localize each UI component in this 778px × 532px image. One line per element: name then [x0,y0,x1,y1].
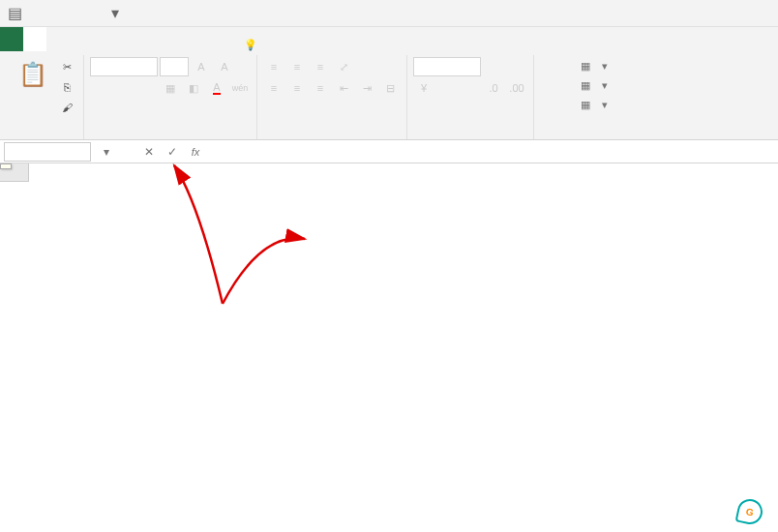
function-tooltip [0,163,12,169]
format-painter-icon[interactable]: 🖌 [56,98,77,117]
save-icon[interactable] [29,3,50,24]
name-box[interactable] [4,142,91,162]
redo-icon[interactable] [79,3,101,24]
align-top-icon[interactable]: ≡ [263,57,284,76]
italic-button[interactable] [113,78,135,98]
group-font: A A ▦ ◧ A wén [84,55,257,139]
merge-center-icon[interactable]: ⊟ [379,78,401,98]
formula-input[interactable] [207,142,778,162]
phonetic-icon[interactable]: wén [229,78,251,98]
shrink-font-icon[interactable]: A [214,57,235,76]
group-number: ¥ .0 .00 [407,55,534,139]
grow-font-icon[interactable]: A [191,57,212,76]
paste-icon: 📋 [17,59,48,90]
tab-help[interactable] [186,27,209,51]
annotation-arrows [0,163,778,531]
table-format-icon: ▦ [577,77,594,93]
align-left-icon[interactable]: ≡ [263,78,284,98]
wrap-text-icon[interactable] [356,57,377,76]
group-clipboard: 📋 ✂ ⎘ 🖌 [6,55,84,139]
orientation-icon[interactable]: ⤢ [333,57,354,76]
conditional-format-button[interactable]: ▦▾ [573,57,612,74]
cut-icon[interactable]: ✂ [56,57,77,76]
percent-format-icon[interactable] [436,78,458,98]
insert-function-icon[interactable]: fx [184,140,207,163]
tab-pagelayout[interactable] [70,27,93,51]
cancel-formula-icon[interactable]: ✕ [137,140,161,163]
tab-insert[interactable] [46,27,70,51]
underline-button[interactable] [136,78,158,98]
tab-home[interactable] [23,27,46,51]
number-format-combo[interactable] [413,57,481,76]
spreadsheet-grid[interactable] [0,163,778,531]
watermark-logo-icon: G [735,497,765,527]
group-styles: ▦▾ ▦▾ ▦▾ [534,55,650,139]
copy-icon[interactable]: ⎘ [56,77,77,97]
tab-powerpivot[interactable] [209,27,232,51]
tab-review[interactable] [139,27,163,51]
cell-styles-icon: ▦ [577,97,594,112]
fill-color-icon[interactable]: ◧ [183,78,204,98]
cond-format-icon: ▦ [577,58,594,74]
paste-button[interactable]: 📋 [12,57,54,94]
lightbulb-icon: 💡 [244,39,257,51]
name-box-dropdown-icon[interactable]: ▾ [95,140,118,163]
align-right-icon[interactable]: ≡ [310,78,331,98]
undo-icon[interactable] [54,3,75,24]
border-button[interactable]: ▦ [160,78,181,98]
watermark: G [737,499,768,524]
font-name-combo[interactable] [90,57,158,76]
align-center-icon[interactable]: ≡ [286,78,308,98]
group-alignment: ≡ ≡ ≡ ⤢ ≡ ≡ ≡ ⇤ ⇥ ⊟ [257,55,407,139]
enter-formula-icon[interactable]: ✓ [161,140,184,163]
increase-decimal-icon[interactable]: .0 [483,78,504,98]
font-color-icon[interactable]: A [206,78,227,98]
tab-formulas[interactable] [93,27,116,51]
comma-format-icon[interactable] [460,78,481,98]
align-middle-icon[interactable]: ≡ [286,57,308,76]
tab-view[interactable] [163,27,186,51]
bold-button[interactable] [90,78,111,98]
qat-dropdown-icon[interactable]: ▾ [105,3,126,24]
accounting-format-icon[interactable]: ¥ [413,78,434,98]
tab-file[interactable] [0,27,23,51]
align-bottom-icon[interactable]: ≡ [310,57,331,76]
table-format-button[interactable]: ▦▾ [573,76,612,94]
decrease-indent-icon[interactable]: ⇤ [333,78,354,98]
tell-me-search[interactable]: 💡 [232,39,275,51]
cell-styles-button[interactable]: ▦▾ [573,96,612,113]
decrease-decimal-icon[interactable]: .00 [506,78,527,98]
increase-indent-icon[interactable]: ⇥ [356,78,377,98]
tab-data[interactable] [116,27,139,51]
excel-app-icon: ▤ [4,3,25,24]
font-size-combo[interactable] [160,57,189,76]
